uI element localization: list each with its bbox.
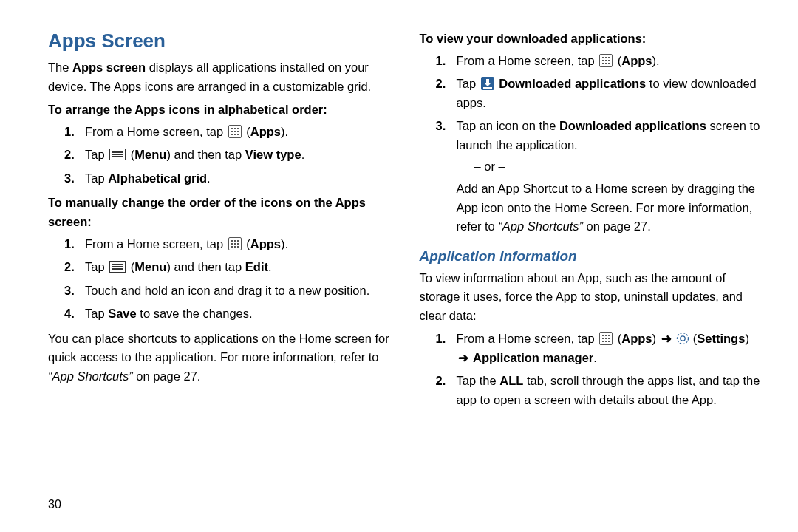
step: Touch and hold an icon and drag it to a …: [83, 282, 398, 301]
steps-app-info: From a Home screen, tap (Apps) ➜ (Settin…: [420, 330, 769, 409]
arrow-icon: ➜: [661, 332, 672, 345]
apps-icon: [228, 237, 242, 250]
apps-icon: [599, 332, 613, 345]
section-heading: To view your downloaded applications:: [420, 30, 769, 49]
page-number: 30: [48, 498, 61, 511]
text: to save the changes.: [137, 307, 253, 320]
label-apps: Apps: [250, 125, 281, 138]
settings-icon: [676, 332, 689, 345]
left-column: Apps Screen The Apps screen displays all…: [48, 30, 398, 532]
text: Tap: [85, 148, 108, 161]
label-apps: Apps: [250, 237, 281, 250]
apps-icon: [228, 125, 242, 138]
arrow-icon: ➜: [458, 351, 468, 364]
label-downloaded-apps: Downloaded applications: [559, 119, 706, 132]
text: Tap: [457, 77, 480, 90]
text: Tap: [85, 307, 108, 320]
text: From a Home screen, tap: [85, 125, 227, 138]
text: and then tap: [171, 260, 245, 273]
menu-icon: [109, 261, 126, 273]
label-settings: Settings: [697, 332, 745, 345]
text: Tap: [85, 260, 108, 273]
text: on page 27.: [133, 369, 201, 383]
label-view-type: View type: [245, 148, 301, 161]
right-column: To view your downloaded applications: Fr…: [420, 30, 769, 532]
steps-alphabetical: From a Home screen, tap (Apps). Tap (Men…: [48, 123, 398, 188]
xref-app-shortcuts: “App Shortcuts”: [48, 369, 133, 383]
page-title: Apps Screen: [48, 30, 398, 52]
xref-app-shortcuts: “App Shortcuts”: [498, 219, 583, 233]
step: From a Home screen, tap (Apps).: [83, 235, 398, 254]
text: From a Home screen, tap: [457, 332, 598, 345]
subsection-title: Application Information: [420, 248, 769, 265]
label-app-manager: Application manager: [473, 351, 593, 364]
step: Tap Alphabetical grid.: [83, 169, 398, 188]
text: From a Home screen, tap: [457, 54, 598, 67]
step: Tap the ALL tab, scroll through the apps…: [455, 372, 769, 409]
shortcut-note: You can place shortcuts to applications …: [48, 330, 398, 386]
text: Tap: [85, 171, 108, 185]
manual-page: Apps Screen The Apps screen displays all…: [0, 0, 798, 532]
menu-icon: [109, 149, 126, 160]
text: on page 27.: [583, 219, 651, 233]
section-heading: To manually change the order of the icon…: [48, 194, 398, 231]
label-edit: Edit: [245, 260, 268, 273]
step: Tap an icon on the Downloaded applicatio…: [455, 117, 769, 236]
intro-paragraph: The Apps screen displays all application…: [48, 58, 398, 96]
label-alpha-grid: Alphabetical grid: [108, 171, 207, 185]
text: and then tap: [171, 148, 245, 161]
step: From a Home screen, tap (Apps).: [455, 52, 769, 71]
svg-point-1: [678, 333, 689, 344]
text: Tap an icon on the: [457, 119, 559, 132]
label-downloaded-apps: Downloaded applications: [499, 77, 646, 90]
label-all-tab: ALL: [499, 374, 523, 387]
svg-point-0: [681, 336, 685, 341]
apps-icon: [599, 54, 613, 67]
label-apps: Apps: [621, 332, 652, 345]
step: Tap Save to save the changes.: [83, 304, 398, 324]
step: Tap (Menu) and then tap View type.: [83, 146, 398, 165]
label-save: Save: [108, 307, 137, 320]
step: Tap (Menu) and then tap Edit.: [83, 258, 398, 277]
term-apps-screen: Apps screen: [72, 61, 146, 74]
step: From a Home screen, tap (Apps).: [83, 123, 398, 142]
subsection-intro: To view information about an App, such a…: [420, 269, 769, 326]
download-icon: [481, 77, 494, 90]
step: Tap Downloaded applications to view down…: [455, 75, 769, 112]
text: From a Home screen, tap: [85, 237, 227, 250]
or-divider: – or –: [474, 157, 769, 177]
step: From a Home screen, tap (Apps) ➜ (Settin…: [455, 330, 769, 367]
text: You can place shortcuts to applications …: [48, 332, 389, 364]
steps-downloaded: From a Home screen, tap (Apps). Tap Down…: [420, 52, 769, 236]
label-menu: Menu: [134, 148, 166, 161]
text: The: [48, 61, 72, 74]
section-heading: To arrange the Apps icons in alphabetica…: [48, 100, 398, 120]
alt-text: Add an App Shortcut to a Home screen by …: [457, 180, 769, 236]
text: Tap the: [457, 374, 500, 387]
label-apps: Apps: [621, 54, 652, 67]
label-menu: Menu: [134, 260, 166, 273]
steps-manual-order: From a Home screen, tap (Apps). Tap (Men…: [48, 235, 398, 324]
